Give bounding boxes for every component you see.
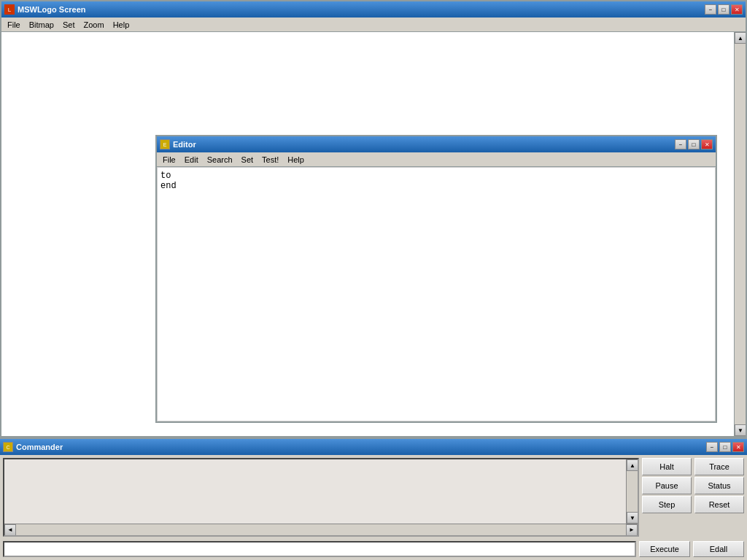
editor-menu-help[interactable]: Help bbox=[283, 154, 309, 166]
scroll-down-button[interactable]: ▼ bbox=[735, 424, 746, 436]
output-scroll-left-button[interactable]: ◄ bbox=[4, 524, 16, 536]
output-hscroll-track[interactable] bbox=[16, 524, 626, 535]
editor-close-button[interactable]: ✕ bbox=[701, 139, 713, 149]
output-scroll-track[interactable] bbox=[627, 471, 638, 512]
menu-file[interactable]: File bbox=[3, 19, 25, 31]
trace-button[interactable]: Trace bbox=[694, 458, 744, 475]
editor-menu-search[interactable]: Search bbox=[203, 154, 237, 166]
commander-close-button[interactable]: ✕ bbox=[732, 442, 744, 452]
editor-window-icon: E bbox=[160, 139, 170, 149]
output-scrollbar-vertical[interactable]: ▲ ▼ bbox=[626, 459, 638, 524]
main-title-buttons: − □ ✕ bbox=[705, 4, 743, 15]
menu-zoom[interactable]: Zoom bbox=[80, 19, 109, 31]
menu-bitmap[interactable]: Bitmap bbox=[25, 19, 58, 31]
editor-menu-edit[interactable]: Edit bbox=[180, 154, 203, 166]
menu-set[interactable]: Set bbox=[58, 19, 80, 31]
commander-title-buttons: − □ ✕ bbox=[706, 442, 744, 452]
main-window-title: MSWLogo Screen bbox=[18, 5, 702, 14]
edall-button[interactable]: Edall bbox=[693, 541, 744, 557]
commander-window-icon: C bbox=[3, 442, 13, 452]
editor-menu-file[interactable]: File bbox=[158, 154, 180, 166]
main-title-bar: L MSWLogo Screen − □ ✕ bbox=[1, 1, 746, 18]
commander-window-title: Commander bbox=[16, 443, 703, 451]
commander-output-area: ▲ ▼ ◄ ► bbox=[3, 458, 639, 537]
editor-window-title: Editor bbox=[173, 140, 672, 149]
editor-menu-test[interactable]: Test! bbox=[258, 154, 283, 166]
main-close-button[interactable]: ✕ bbox=[731, 4, 743, 15]
output-scroll-right-button[interactable]: ► bbox=[626, 524, 638, 536]
halt-button[interactable]: Halt bbox=[642, 458, 692, 475]
button-row-1: Halt Trace bbox=[642, 458, 744, 475]
editor-title-buttons: − □ ✕ bbox=[675, 139, 713, 149]
control-buttons-panel: Halt Trace Pause Status Step Reset bbox=[642, 458, 744, 537]
editor-title-bar: E Editor − □ ✕ bbox=[157, 136, 716, 152]
editor-content-area[interactable]: to end bbox=[157, 167, 716, 421]
main-minimize-button[interactable]: − bbox=[705, 4, 716, 15]
output-scrollbar-horizontal[interactable]: ◄ ► bbox=[4, 524, 638, 535]
commander-input-field[interactable] bbox=[3, 541, 636, 557]
scroll-up-button[interactable]: ▲ bbox=[735, 32, 746, 44]
pause-button[interactable]: Pause bbox=[642, 477, 692, 494]
reset-button[interactable]: Reset bbox=[694, 496, 744, 513]
commander-maximize-button[interactable]: □ bbox=[719, 442, 731, 452]
scroll-track[interactable] bbox=[735, 44, 746, 424]
menu-help[interactable]: Help bbox=[109, 19, 134, 31]
editor-menu-bar: File Edit Search Set Test! Help bbox=[157, 152, 716, 167]
editor-maximize-button[interactable]: □ bbox=[688, 139, 700, 149]
status-button[interactable]: Status bbox=[694, 477, 744, 494]
editor-menu-set[interactable]: Set bbox=[237, 154, 258, 166]
editor-textarea[interactable]: to end bbox=[160, 171, 712, 418]
commander-title-bar: C Commander − □ ✕ bbox=[0, 439, 747, 455]
output-scroll-up-button[interactable]: ▲ bbox=[627, 459, 638, 471]
editor-minimize-button[interactable]: − bbox=[675, 139, 686, 149]
commander-minimize-button[interactable]: − bbox=[706, 442, 718, 452]
button-row-2: Pause Status bbox=[642, 477, 744, 494]
commander-body: ▲ ▼ ◄ ► Halt Trace Pause Status Step Res… bbox=[0, 455, 747, 540]
main-scrollbar-vertical[interactable]: ▲ ▼ bbox=[734, 32, 746, 436]
output-scroll-down-button[interactable]: ▼ bbox=[627, 512, 638, 524]
step-button[interactable]: Step bbox=[642, 496, 692, 513]
commander-input-bar: Execute Edall bbox=[0, 540, 747, 560]
button-row-3: Step Reset bbox=[642, 496, 744, 513]
main-menu-bar: File Bitmap Set Zoom Help bbox=[1, 18, 746, 32]
editor-window: E Editor − □ ✕ File Edit Search Set Test… bbox=[155, 135, 717, 423]
execute-button[interactable]: Execute bbox=[639, 541, 690, 557]
commander-window: C Commander − □ ✕ ▲ ▼ ◄ ► Halt Trace bbox=[0, 438, 747, 560]
main-window-icon: L bbox=[4, 4, 15, 15]
main-maximize-button[interactable]: □ bbox=[718, 4, 729, 15]
